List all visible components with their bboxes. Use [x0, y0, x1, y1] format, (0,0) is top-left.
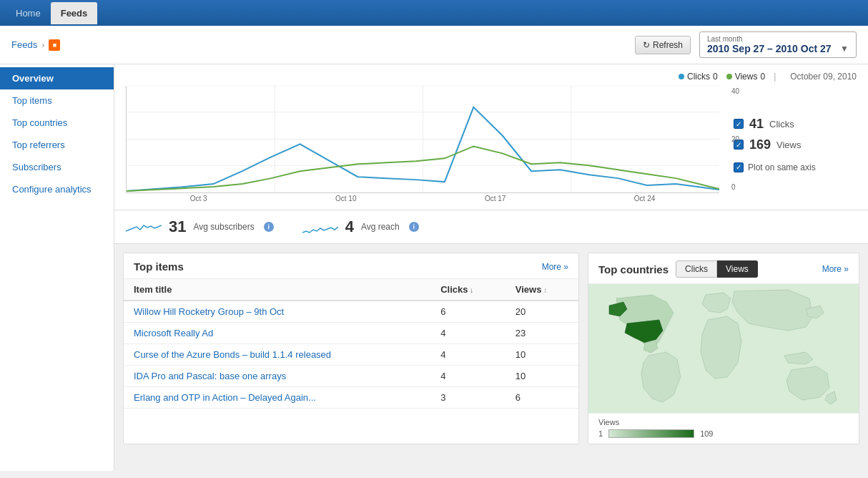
- country-tab-clicks[interactable]: Clicks: [676, 260, 717, 278]
- map-legend-label: Views: [598, 418, 619, 426]
- col-header-title: Item title: [124, 279, 430, 301]
- top-countries-header: Top countries Clicks Views More »: [588, 253, 859, 284]
- table-row: Willow Hill Rocketry Group – 9th Oct 6 2…: [124, 301, 578, 323]
- rss-icon: ■: [49, 39, 60, 51]
- legend-min-value: 1: [598, 429, 603, 438]
- item-link[interactable]: Erlang and OTP in Action – Delayed Again…: [134, 392, 316, 403]
- item-clicks-cell: 4: [430, 344, 505, 366]
- subscribers-label: Avg subscribers: [193, 222, 254, 232]
- top-items-header: Top items More »: [124, 253, 578, 279]
- table-row: Erlang and OTP in Action – Delayed Again…: [124, 387, 578, 409]
- breadcrumb-feeds-link[interactable]: Feeds: [11, 39, 37, 50]
- chart-stat-clicks: ✓ 41 Clicks: [734, 117, 857, 132]
- top-items-title: Top items: [134, 260, 184, 273]
- country-tab-views[interactable]: Views: [717, 260, 758, 278]
- subscribers-metric: 31 Avg subscribers i: [126, 218, 274, 236]
- legend-bar: 1 109: [598, 429, 849, 438]
- reach-num: 4: [345, 218, 354, 236]
- sidebar-item-configure-analytics[interactable]: Configure analytics: [0, 178, 114, 200]
- content-area: Clicks 0 Views 0 | October 09, 2010: [114, 64, 868, 471]
- top-countries-title: Top countries: [598, 263, 669, 275]
- sidebar-item-top-items[interactable]: Top items: [0, 89, 114, 112]
- item-link[interactable]: Willow Hill Rocketry Group – 9th Oct: [134, 306, 284, 317]
- legend-gradient: [608, 429, 694, 438]
- subscribers-num: 31: [169, 218, 186, 236]
- table-row: Microsoft Really Ad 4 23: [124, 323, 578, 344]
- chart-wrapper: 40 20 0 Oct 3 Oct 10 Oct 17 Oct 24: [126, 86, 719, 203]
- plot-same-axis-label: Plot on same axis: [748, 162, 816, 172]
- sidebar-item-top-countries[interactable]: Top countries: [0, 112, 114, 134]
- top-nav: Home Feeds: [0, 0, 868, 26]
- table-row: Curse of the Azure Bonds – build 1.1.4 r…: [124, 344, 578, 366]
- breadcrumb-bar: Feeds › ■ ↻ Refresh Last month 2010 Sep …: [0, 26, 868, 64]
- views-stat-label: Views: [776, 140, 801, 150]
- y-label-20: 20: [731, 135, 739, 143]
- top-items-table: Item title Clicks Views Willow Hill Rock…: [124, 279, 578, 409]
- y-axis-labels: 40 20 0: [731, 86, 739, 192]
- top-items-more-link[interactable]: More »: [542, 262, 568, 272]
- y-label-0: 0: [731, 183, 739, 191]
- refresh-label: Refresh: [653, 40, 683, 50]
- reach-info-icon[interactable]: i: [409, 222, 419, 232]
- item-clicks-cell: 4: [430, 366, 505, 387]
- item-views-cell: 20: [505, 301, 578, 323]
- views-dot-icon: [726, 74, 732, 79]
- views-legend: Views 0: [726, 72, 765, 82]
- reach-label: Avg reach: [361, 222, 400, 232]
- item-link[interactable]: Microsoft Really Ad: [134, 328, 213, 338]
- chart-date-label: October 09, 2010: [790, 72, 857, 82]
- chart-section: Clicks 0 Views 0 | October 09, 2010: [114, 64, 868, 210]
- chart-stat-views: ✓ 169 Views: [734, 137, 857, 152]
- nav-tab-home[interactable]: Home: [6, 2, 51, 24]
- item-link[interactable]: Curse of the Azure Bonds – build 1.1.4 r…: [134, 349, 331, 360]
- chart-area: 40 20 0 Oct 3 Oct 10 Oct 17 Oct 24 ✓: [126, 86, 857, 203]
- plot-same-axis-row: ✓ Plot on same axis: [734, 162, 857, 172]
- col-header-views[interactable]: Views: [505, 279, 578, 301]
- top-countries-panel: Top countries Clicks Views More »: [588, 253, 859, 444]
- item-views-cell: 10: [505, 344, 578, 366]
- clicks-count: 41: [749, 117, 764, 132]
- item-clicks-cell: 4: [430, 323, 505, 344]
- y-label-40: 40: [731, 87, 739, 95]
- x-axis-labels: Oct 3 Oct 10 Oct 17 Oct 24: [126, 193, 719, 203]
- item-views-cell: 23: [505, 323, 578, 344]
- col-header-clicks[interactable]: Clicks: [430, 279, 505, 301]
- item-link[interactable]: IDA Pro and Pascal: base one arrays: [134, 371, 286, 381]
- clicks-legend-dot: Clicks 0: [679, 72, 718, 82]
- date-range-label: Last month: [707, 35, 849, 43]
- dropdown-arrow-icon: ▼: [840, 44, 849, 54]
- sidebar-item-top-referrers[interactable]: Top referrers: [0, 134, 114, 156]
- world-map-svg: [588, 284, 859, 413]
- clicks-legend-value: 0: [713, 72, 718, 82]
- item-title-cell: IDA Pro and Pascal: base one arrays: [124, 366, 430, 387]
- x-label-oct3: Oct 3: [190, 195, 207, 203]
- chart-date-separator: |: [774, 72, 776, 82]
- sidebar: Overview Top items Top countries Top ref…: [0, 64, 114, 471]
- world-map: [588, 284, 859, 413]
- legend-max-value: 109: [700, 429, 713, 438]
- date-range-selector[interactable]: Last month 2010 Sep 27 – 2010 Oct 27 ▼: [699, 31, 857, 58]
- breadcrumb-sep: ›: [41, 39, 44, 50]
- reach-sparkline: [302, 218, 338, 235]
- date-range-value: 2010 Sep 27 – 2010 Oct 27 ▼: [707, 43, 849, 54]
- main-layout: Overview Top items Top countries Top ref…: [0, 64, 868, 471]
- chart-container: 40 20 0: [126, 86, 719, 193]
- table-header-row: Item title Clicks Views: [124, 279, 578, 301]
- sidebar-item-subscribers[interactable]: Subscribers: [0, 156, 114, 178]
- header-right: ↻ Refresh Last month 2010 Sep 27 – 2010 …: [635, 31, 857, 58]
- subscribers-info-icon[interactable]: i: [264, 222, 274, 232]
- item-title-cell: Erlang and OTP in Action – Delayed Again…: [124, 387, 430, 409]
- item-clicks-cell: 3: [430, 387, 505, 409]
- countries-tabs: Clicks Views: [676, 260, 758, 278]
- sidebar-item-overview[interactable]: Overview: [0, 67, 114, 89]
- nav-tab-feeds[interactable]: Feeds: [51, 2, 98, 24]
- reach-metric: 4 Avg reach i: [302, 218, 419, 236]
- views-count: 169: [749, 137, 771, 152]
- chart-legend: Clicks 0 Views 0 | October 09, 2010: [126, 72, 857, 82]
- refresh-button[interactable]: ↻ Refresh: [635, 36, 691, 54]
- item-clicks-cell: 6: [430, 301, 505, 323]
- item-views-cell: 10: [505, 366, 578, 387]
- refresh-icon: ↻: [643, 40, 650, 50]
- item-title-cell: Willow Hill Rocketry Group – 9th Oct: [124, 301, 430, 323]
- top-countries-more-link[interactable]: More »: [822, 264, 849, 274]
